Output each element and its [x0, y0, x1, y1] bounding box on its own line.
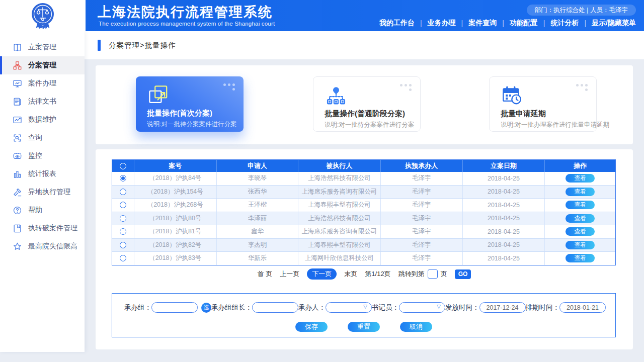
view-button[interactable]: 查看 [566, 201, 595, 209]
leader-label: 承办组组长： [211, 303, 252, 312]
cell-case-number: （2018）沪执82号 [134, 239, 217, 252]
cell-handler: 毛泽宇 [381, 225, 463, 238]
col-case-number: 案号 [134, 160, 217, 172]
schedule-date-input[interactable] [559, 302, 606, 313]
save-button[interactable]: 保存 [295, 322, 328, 332]
view-button[interactable]: 查看 [566, 174, 595, 183]
sidebar-item-data-maintenance[interactable]: 数据维护 [0, 111, 85, 129]
nav-item-0[interactable]: 我的工作台 [379, 19, 415, 28]
row-radio[interactable] [120, 202, 126, 208]
nav-separator: | [420, 19, 422, 27]
nav-separator: | [461, 19, 463, 27]
nav-item-5[interactable]: 显示/隐藏菜单 [592, 19, 636, 28]
first-page-button[interactable]: 首 页 [258, 269, 273, 279]
row-radio[interactable] [120, 228, 126, 235]
cell-respondent: 上海春熙丰型有限公司 [298, 239, 381, 252]
view-button[interactable]: 查看 [566, 214, 595, 223]
court-emblem-icon [29, 2, 56, 30]
bar-chart-icon [12, 169, 22, 179]
sidebar-item-remote-execution[interactable]: 异地执行管理 [0, 183, 85, 201]
hierarchy-icon [325, 84, 348, 107]
breadcrumb: 分案管理>批量操作 [109, 41, 176, 50]
cell-applicant: 鑫华 [217, 225, 299, 238]
table-row[interactable]: （2018）沪执82号 李杰明 上海春熙丰型有限公司 毛泽宇 2018-04-2… [112, 238, 615, 252]
col-handler: 执预承办人 [381, 160, 463, 172]
cell-applicant: 张西华 [217, 186, 299, 199]
nav-item-4[interactable]: 统计分析 [550, 19, 579, 28]
row-radio[interactable] [120, 189, 126, 195]
app-title: 上海法院执行流程管理系统 [98, 3, 273, 21]
group-input[interactable] [151, 302, 198, 313]
jump-page-input[interactable] [428, 269, 438, 279]
issue-date-input[interactable] [479, 302, 526, 313]
row-radio[interactable] [120, 175, 126, 182]
select-group-button[interactable]: 选 [201, 303, 211, 313]
last-page-button[interactable]: 末页 [344, 269, 357, 279]
card-batch-stage-assignment[interactable]: 批量操作(普通阶段分案) 说明:对一批待分案案件进行分案 [313, 76, 421, 132]
table-row[interactable]: （2018）沪执80号 李泽丽 上海浩然科技有限公司 毛泽宇 2018-04-2… [112, 212, 615, 225]
cell-case-number: （2018）沪执84号 [134, 172, 217, 185]
sidebar-item-case-assignment[interactable]: 分案管理 [0, 56, 85, 74]
nav-item-1[interactable]: 业务办理 [428, 19, 456, 28]
row-radio[interactable] [120, 242, 126, 248]
schedule-date-field: 排期时间： [526, 302, 606, 313]
cell-filing-date: 2018-04-25 [463, 225, 545, 238]
row-radio[interactable] [120, 215, 126, 222]
sidebar-item-query[interactable]: 查询 [0, 129, 85, 147]
handler-select[interactable] [326, 302, 372, 313]
jump-prefix-label: 跳转到第 [398, 269, 425, 279]
search-icon [12, 133, 22, 143]
sidebar-item-help[interactable]: 帮助 [0, 201, 85, 219]
star-icon [12, 241, 22, 251]
prev-page-button[interactable]: 上一页 [280, 269, 299, 279]
group-label: 承办组： [124, 303, 151, 312]
reset-button[interactable]: 重置 [348, 322, 380, 332]
page-indicator: 第1/12页 [365, 269, 390, 279]
table-row[interactable]: （2018）沪执268号 王泽楷 上海春熙丰型有限公司 毛泽宇 2018-04-… [112, 198, 615, 212]
main-content: 批量操作(首次分案) 说明:对一批待分案案件进行分案 批量操作(普通阶段分案) … [85, 59, 644, 362]
sidebar-item-statistics-report[interactable]: 统计报表 [0, 165, 85, 183]
sidebar-item-dishonesty-list[interactable]: 最高院失信限高 [0, 237, 85, 255]
card-batch-first-assignment[interactable]: 批量操作(首次分案) 说明:对一批待分案案件进行分案 [136, 76, 244, 132]
view-button[interactable]: 查看 [566, 188, 595, 196]
leader-field: 承办组组长： [211, 302, 298, 313]
nav-separator: | [584, 19, 586, 27]
clerk-select[interactable] [399, 302, 445, 313]
sidebar-item-monitoring[interactable]: 监控 [0, 147, 85, 165]
handler-input[interactable] [326, 302, 372, 313]
assignment-form: 承办组： 选 承办组组长： 承办人： 书记员： 发放时间： [112, 293, 616, 337]
gavel-icon [12, 187, 22, 197]
leader-input[interactable] [252, 302, 298, 313]
nav-separator: | [543, 19, 545, 27]
cancel-button[interactable]: 取消 [400, 322, 432, 332]
nav-item-3[interactable]: 功能配置 [510, 19, 538, 28]
header-radio[interactable] [120, 163, 126, 169]
next-page-button[interactable]: 下一页 [307, 268, 337, 280]
table-row[interactable]: （2018）沪执154号 张西华 上海席乐服务咨询有限公司 毛泽宇 2018-0… [112, 185, 615, 199]
nav-item-2[interactable]: 案件查询 [468, 19, 497, 28]
clerk-input[interactable] [399, 302, 445, 313]
book-icon [12, 42, 22, 52]
calendar-clock-icon [501, 84, 524, 107]
jump-suffix-label: 页 [441, 269, 447, 279]
go-button[interactable]: GO [455, 269, 471, 279]
card-batch-extension-request[interactable]: 批量申请延期 说明:对一批办理案件进行批量申请延期 [489, 76, 597, 132]
view-button[interactable]: 查看 [566, 227, 595, 236]
table-row[interactable]: （2018）沪执81号 鑫华 上海席乐服务咨询有限公司 毛泽宇 2018-04-… [112, 225, 615, 238]
table-row[interactable]: （2018）沪执84号 李晓琴 上海浩然科技有限公司 毛泽宇 2018-04-2… [112, 172, 615, 185]
sidebar-item-bankruptcy-cases[interactable]: 执转破案件管理 [0, 219, 85, 237]
cell-handler: 毛泽宇 [381, 252, 463, 265]
group-field: 承办组： 选 [124, 302, 211, 313]
view-button[interactable]: 查看 [566, 241, 595, 249]
row-radio[interactable] [120, 255, 126, 261]
cell-case-number: （2018）沪执83号 [134, 252, 217, 265]
sidebar-item-legal-documents[interactable]: 法律文书 [0, 93, 85, 111]
cell-handler: 毛泽宇 [381, 172, 463, 185]
pagination: 首 页 上一页 下一页 末页 第1/12页 跳转到第 页 GO [96, 268, 633, 280]
view-button[interactable]: 查看 [566, 254, 595, 262]
sidebar-item-case-filing[interactable]: 立案管理 [0, 38, 85, 56]
sidebar-item-case-handling[interactable]: 案件办理 [0, 74, 85, 93]
schedule-date-label: 排期时间： [526, 303, 560, 312]
table-row[interactable]: （2018）沪执83号 华新乐 上海网叶欣信息科技公司 毛泽宇 2018-04-… [112, 251, 615, 265]
case-table: 案号 申请人 被执行人 执预承办人 立案日期 操作 （2018）沪执84号 李晓… [112, 159, 616, 265]
